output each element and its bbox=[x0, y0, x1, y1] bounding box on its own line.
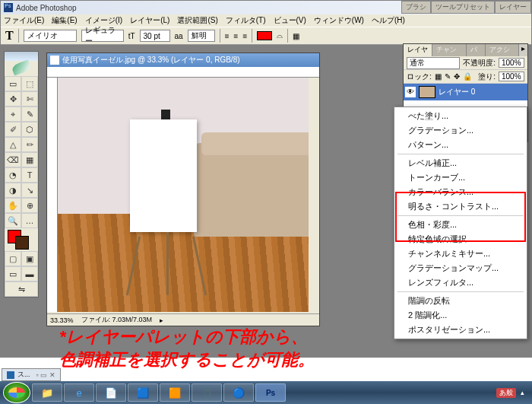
tool-12[interactable]: ◔ bbox=[5, 167, 21, 183]
layer-item-0[interactable]: 👁 レイヤー 0 bbox=[404, 84, 527, 100]
taskbar-app3-icon[interactable]: 🟧 bbox=[160, 383, 190, 402]
tool-1[interactable]: ⬚ bbox=[21, 76, 38, 91]
menu-file[interactable]: ファイル(E) bbox=[4, 15, 44, 26]
text-color-swatch[interactable] bbox=[257, 31, 272, 40]
docked-tabs: ブラシ ツールプリセット レイヤー bbox=[401, 1, 531, 14]
tool-10[interactable]: ⌫ bbox=[5, 152, 21, 167]
font-size-select[interactable]: 30 pt bbox=[140, 30, 170, 42]
cm-brightness[interactable]: 明るさ・コントラスト... bbox=[394, 199, 527, 214]
tray-up-icon[interactable]: ▴ bbox=[521, 389, 524, 396]
taskbar-explorer-icon[interactable]: 📁 bbox=[32, 383, 62, 402]
tool-13[interactable]: T bbox=[21, 167, 38, 183]
fill-value[interactable]: 100% bbox=[499, 72, 524, 81]
visibility-icon[interactable]: 👁 bbox=[405, 87, 416, 97]
cm-gradientmap[interactable]: グラデーションマップ... bbox=[394, 261, 527, 275]
cm-photofilter[interactable]: レンズフィルタ... bbox=[394, 275, 527, 290]
align-right-icon[interactable]: ≡ bbox=[242, 32, 247, 40]
lock-trans-icon[interactable]: ▦ bbox=[435, 72, 442, 81]
tab-actions[interactable]: アクション bbox=[486, 44, 520, 56]
minimized-tab[interactable]: ス... ▫ ▭ ✕ bbox=[2, 368, 61, 381]
docked-tab-toolpreset[interactable]: ツールプリセット bbox=[431, 1, 495, 14]
tool-7[interactable]: ⬡ bbox=[21, 122, 38, 137]
cm-pattern[interactable]: パターン... bbox=[394, 138, 527, 152]
font-style-select[interactable]: レギュラー bbox=[81, 30, 124, 42]
tool-17[interactable]: ⊕ bbox=[21, 198, 38, 213]
cm-posterize[interactable]: ポスタリゼーション... bbox=[394, 323, 527, 337]
docked-tab-layer[interactable]: レイヤー bbox=[495, 1, 531, 14]
taskbar-photoshop-icon[interactable]: Ps bbox=[255, 383, 286, 402]
cm-curves[interactable]: トーンカーブ... bbox=[394, 170, 527, 185]
zoom-level[interactable]: 33.33% bbox=[50, 317, 74, 324]
taskbar-ie-icon[interactable]: e bbox=[64, 383, 94, 402]
tool-19[interactable]: … bbox=[21, 213, 38, 228]
tool-9[interactable]: ✏ bbox=[21, 137, 38, 152]
tool-6[interactable]: ✐ bbox=[5, 122, 21, 137]
screen-mode-1-icon[interactable]: ▭ bbox=[5, 266, 21, 282]
taskbar-app5-icon[interactable]: 🔵 bbox=[223, 383, 254, 402]
panel-menu-icon[interactable]: ▸ bbox=[519, 44, 527, 56]
lock-all-icon[interactable]: 🔒 bbox=[463, 72, 472, 81]
standard-mode-icon[interactable]: ▢ bbox=[5, 251, 21, 266]
taskbar-app4-icon[interactable]: 🎵 bbox=[192, 383, 222, 402]
minimized-tab-controls[interactable]: ▫ ▭ ✕ bbox=[36, 371, 55, 379]
screen-mode-2-icon[interactable]: ▬ bbox=[21, 266, 38, 282]
tool-0[interactable]: ▭ bbox=[5, 76, 21, 91]
blend-mode-select[interactable]: 通常 bbox=[407, 57, 460, 69]
taskbar-app1-icon[interactable]: 📄 bbox=[96, 383, 126, 402]
menu-help[interactable]: ヘルプ(H) bbox=[372, 15, 405, 26]
background-color[interactable] bbox=[15, 236, 29, 250]
tool-3[interactable]: ✄ bbox=[21, 91, 38, 107]
start-button[interactable] bbox=[3, 382, 30, 403]
menu-filter[interactable]: フィルタ(T) bbox=[226, 15, 266, 26]
palette-icon[interactable]: ▦ bbox=[293, 32, 299, 40]
cm-levels[interactable]: レベル補正... bbox=[394, 156, 527, 170]
lock-move-icon[interactable]: ✥ bbox=[454, 72, 460, 81]
tool-4[interactable]: ⌖ bbox=[5, 107, 21, 122]
aa-select[interactable]: 鮮明 bbox=[188, 30, 215, 42]
tool-5[interactable]: ✎ bbox=[21, 107, 38, 122]
cm-channelmixer[interactable]: チャンネルミキサー... bbox=[394, 247, 527, 261]
canvas[interactable] bbox=[58, 78, 309, 312]
layer-thumbnail[interactable] bbox=[419, 86, 435, 98]
tool-16[interactable]: ✋ bbox=[5, 198, 21, 213]
tool-15[interactable]: ↘ bbox=[21, 183, 38, 198]
tool-11[interactable]: ▦ bbox=[21, 152, 38, 167]
toolbox-grip[interactable] bbox=[5, 52, 38, 61]
warp-text-icon[interactable]: ⌓ bbox=[277, 31, 283, 40]
tab-layers[interactable]: レイヤー bbox=[404, 44, 432, 56]
opacity-value[interactable]: 100% bbox=[499, 58, 524, 68]
annotation-line1: *レイヤーパレットの下部から、 bbox=[59, 326, 315, 348]
cm-invert[interactable]: 階調の反転 bbox=[394, 294, 527, 308]
docked-tab-brush[interactable]: ブラシ bbox=[401, 1, 431, 14]
cm-gradient[interactable]: グラデーション... bbox=[394, 123, 527, 138]
lock-pixels-icon[interactable]: ✎ bbox=[445, 72, 451, 81]
minimized-tab-label: ス... bbox=[17, 370, 30, 380]
taskbar-app2-icon[interactable]: 🟦 bbox=[128, 383, 158, 402]
cm-colorbalance[interactable]: カラーバランス... bbox=[394, 185, 527, 199]
tool-2[interactable]: ✥ bbox=[5, 91, 21, 107]
tool-18[interactable]: 🔍 bbox=[5, 213, 21, 228]
document-titlebar[interactable]: 使用写真イーゼル.jpg @ 33.3% (レイヤー 0, RGB/8) bbox=[47, 53, 319, 67]
status-arrow-icon[interactable]: ▸ bbox=[160, 317, 163, 324]
align-left-icon[interactable]: ≡ bbox=[225, 32, 230, 40]
menu-window[interactable]: ウィンドウ(W) bbox=[314, 15, 364, 26]
cm-threshold[interactable]: 2 階調化... bbox=[394, 308, 527, 323]
photo-content bbox=[58, 78, 309, 312]
cm-huesat[interactable]: 色相・彩度... bbox=[394, 218, 527, 232]
ime-status[interactable]: あ般 bbox=[496, 388, 516, 398]
menu-select[interactable]: 選択範囲(S) bbox=[177, 15, 217, 26]
menu-edit[interactable]: 編集(E) bbox=[52, 15, 77, 26]
imageready-icon[interactable]: ⇋ bbox=[5, 282, 38, 297]
quickmask-mode-icon[interactable]: ▣ bbox=[21, 251, 38, 266]
tab-paths[interactable]: パス bbox=[467, 44, 486, 56]
tool-8[interactable]: △ bbox=[5, 137, 21, 152]
align-center-icon[interactable]: ≡ bbox=[234, 32, 239, 40]
cm-selectivecolor[interactable]: 特定色域の選択... bbox=[394, 232, 527, 247]
tool-14[interactable]: ◑ bbox=[5, 183, 21, 198]
menu-layer[interactable]: レイヤー(L) bbox=[130, 15, 169, 26]
tab-channels[interactable]: チャンネル bbox=[432, 44, 467, 56]
menu-view[interactable]: ビュー(V) bbox=[274, 15, 306, 26]
cm-solidcolor[interactable]: べた塗り... bbox=[394, 109, 527, 123]
font-family-select[interactable]: メイリオ bbox=[24, 30, 77, 42]
menu-image[interactable]: イメージ(I) bbox=[85, 15, 122, 26]
